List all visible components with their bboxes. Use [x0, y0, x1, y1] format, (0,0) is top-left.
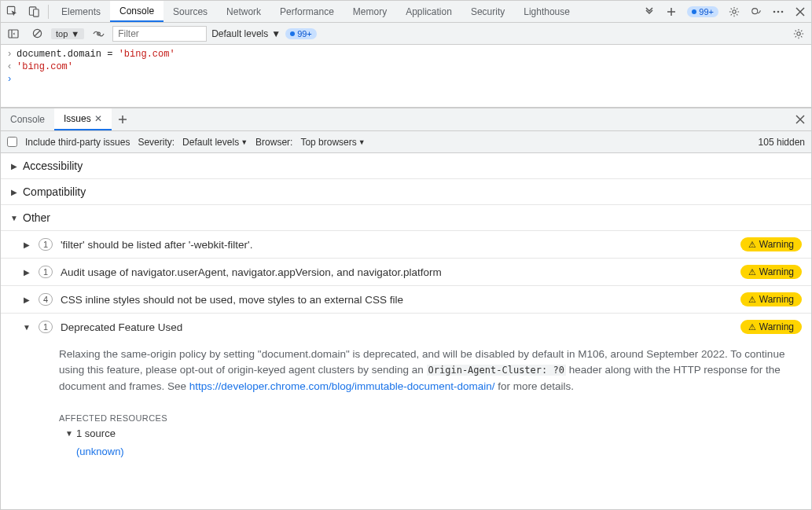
- live-expression-icon[interactable]: [89, 24, 108, 43]
- device-toggle-icon[interactable]: [23, 1, 45, 23]
- issue-row[interactable]: ▶ 1 'filter' should be listed after '-we…: [1, 231, 811, 259]
- severity-badge: Warning: [740, 237, 802, 251]
- more-tabs-icon[interactable]: [638, 1, 660, 23]
- settings-icon[interactable]: [723, 1, 745, 23]
- drawer-tab-console[interactable]: Console: [1, 108, 54, 130]
- console-output: document.domain = 'bing.com' 'bing.com': [1, 45, 811, 108]
- svg-point-7: [781, 10, 784, 13]
- log-levels-label: Default levels: [211, 28, 268, 39]
- prompt-chevron-icon: [6, 74, 13, 85]
- hidden-issues-count: 105 hidden: [759, 137, 805, 148]
- collapse-icon: ▼: [65, 429, 73, 438]
- issue-count: 1: [39, 238, 53, 251]
- doc-link[interactable]: https://developer.chrome.com/blog/immuta…: [189, 380, 495, 392]
- section-other[interactable]: ▼ Other: [1, 205, 811, 231]
- svg-point-4: [752, 8, 758, 13]
- tab-sources[interactable]: Sources: [164, 1, 217, 22]
- tab-elements[interactable]: Elements: [52, 1, 110, 22]
- context-selector[interactable]: top ▼: [51, 28, 84, 39]
- toggle-sidebar-icon[interactable]: [4, 24, 23, 43]
- issue-description: Relaxing the same-origin policy by setti…: [1, 340, 811, 405]
- issue-title: Deprecated Feature Used: [61, 321, 182, 333]
- source-count: 1 source: [76, 427, 116, 439]
- code-string: 'bing.com': [17, 61, 73, 72]
- browser-selector[interactable]: Top browsers▼: [300, 137, 365, 148]
- expand-icon: ▶: [23, 268, 31, 277]
- issues-counter-toolbar[interactable]: 99+: [285, 28, 317, 39]
- source-link[interactable]: (unknown): [1, 441, 811, 465]
- section-compatibility[interactable]: ▶ Compatibility: [1, 179, 811, 205]
- issue-row[interactable]: ▶ 4 CSS inline styles should not be used…: [1, 286, 811, 314]
- log-levels-selector[interactable]: Default levels ▼: [211, 28, 281, 39]
- devtools-tabbar: Elements Console Sources Network Perform…: [1, 1, 811, 23]
- issues-counter-top[interactable]: 99+: [682, 6, 723, 17]
- drawer-tab-label: Issues: [64, 113, 91, 124]
- chevron-down-icon: ▼: [271, 28, 281, 39]
- clear-console-icon[interactable]: [28, 24, 46, 43]
- add-drawer-tab-icon[interactable]: [112, 115, 134, 124]
- drawer-tab-issues[interactable]: Issues ✕: [54, 108, 112, 130]
- tab-performance[interactable]: Performance: [270, 1, 344, 22]
- svg-point-3: [733, 9, 736, 13]
- inspect-icon[interactable]: [1, 1, 23, 23]
- close-drawer-icon[interactable]: [789, 115, 811, 124]
- section-title: Other: [23, 211, 50, 224]
- browser-label: Browser:: [255, 137, 292, 148]
- expand-icon: ▶: [10, 162, 18, 171]
- svg-point-6: [777, 10, 780, 13]
- expand-icon: ▶: [23, 240, 31, 249]
- close-devtools-icon[interactable]: [789, 1, 811, 23]
- context-value: top: [56, 29, 68, 39]
- issue-title: Audit usage of navigator.userAgent, navi…: [61, 266, 442, 278]
- severity-badge: Warning: [740, 265, 802, 279]
- console-settings-icon[interactable]: [789, 24, 808, 43]
- drawer-tabbar: Console Issues ✕: [1, 108, 811, 131]
- more-options-icon[interactable]: [767, 1, 789, 23]
- code-string: 'bing.com': [119, 49, 175, 60]
- tab-application[interactable]: Application: [396, 1, 461, 22]
- console-toolbar: top ▼ Default levels ▼ 99+: [1, 23, 811, 45]
- severity-badge: Warning: [740, 320, 802, 334]
- chevron-down-icon: ▼: [241, 138, 248, 146]
- add-tab-icon[interactable]: [660, 1, 682, 23]
- console-prompt[interactable]: [6, 73, 806, 86]
- include-thirdparty-label: Include third-party issues: [25, 137, 130, 148]
- collapse-icon: ▼: [23, 323, 31, 332]
- issue-title: 'filter' should be listed after '-webkit…: [61, 239, 252, 251]
- chevron-down-icon: ▼: [358, 138, 366, 146]
- collapse-icon: ▼: [10, 214, 18, 222]
- affected-source-toggle[interactable]: ▼ 1 source: [1, 426, 811, 441]
- section-title: Accessibility: [23, 160, 83, 172]
- expand-icon: ▶: [23, 295, 31, 304]
- issue-row[interactable]: ▶ 1 Audit usage of navigator.userAgent, …: [1, 259, 811, 286]
- issue-count: 4: [39, 293, 53, 306]
- feedback-icon[interactable]: [745, 1, 767, 23]
- input-chevron-icon: [6, 49, 13, 60]
- issues-filter-bar: Include third-party issues Severity: Def…: [1, 131, 811, 153]
- issues-list: ▶ Accessibility ▶ Compatibility ▼ Other …: [1, 153, 811, 509]
- svg-rect-2: [33, 9, 39, 17]
- divider: [48, 5, 49, 19]
- console-output-line: 'bing.com': [6, 61, 806, 73]
- issue-count: 1: [39, 266, 53, 278]
- include-thirdparty-checkbox[interactable]: [7, 137, 17, 147]
- svg-point-5: [773, 10, 776, 13]
- svg-point-11: [797, 31, 800, 35]
- close-tab-icon[interactable]: ✕: [94, 113, 102, 124]
- issue-title: CSS inline styles should not be used, mo…: [61, 294, 403, 306]
- issue-row[interactable]: ▼ 1 Deprecated Feature Used Warning: [1, 314, 811, 340]
- severity-selector[interactable]: Default levels▼: [182, 137, 248, 148]
- affected-resources-label: AFFECTED RESOURCES: [1, 405, 811, 426]
- filter-input[interactable]: [112, 26, 207, 42]
- tab-security[interactable]: Security: [461, 1, 514, 22]
- chevron-down-icon: ▼: [71, 29, 79, 39]
- section-title: Compatibility: [23, 185, 86, 198]
- tab-lighthouse[interactable]: Lighthouse: [514, 1, 579, 22]
- main-tabs: Elements Console Sources Network Perform…: [52, 1, 579, 22]
- tab-console[interactable]: Console: [110, 1, 164, 22]
- output-chevron-icon: [6, 61, 13, 72]
- expand-icon: ▶: [10, 188, 18, 196]
- section-accessibility[interactable]: ▶ Accessibility: [1, 153, 811, 179]
- tab-memory[interactable]: Memory: [344, 1, 396, 22]
- tab-network[interactable]: Network: [217, 1, 270, 22]
